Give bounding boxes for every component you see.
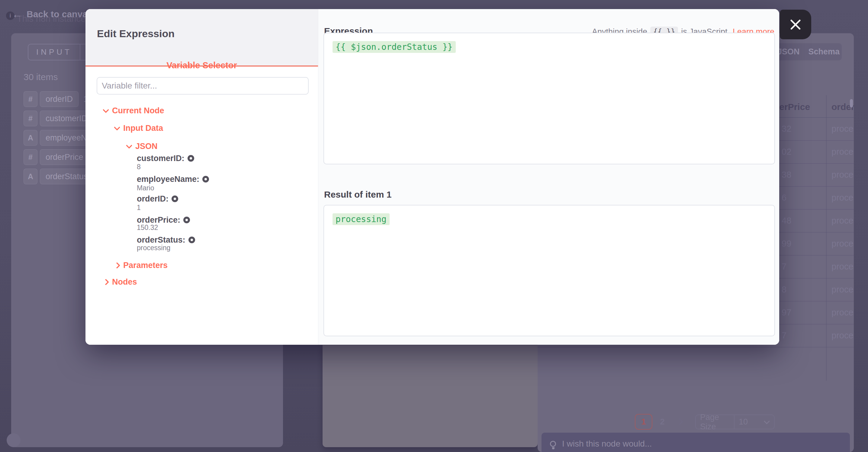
modal-title: Edit Expression [97,28,175,39]
feedback-placeholder: I wish this node would... [562,439,652,449]
cell-status: processing [832,193,854,203]
page-button-1[interactable]: 1 [635,414,652,430]
insert-variable-icon[interactable] [188,155,194,162]
var-key: orderStatus: [137,235,185,245]
expression-code: {{ $json.orderStatus }} [333,41,456,53]
var-value: 1 [137,204,141,212]
canvas-control-button[interactable] [7,433,21,447]
insert-variable-icon[interactable] [188,237,195,243]
number-type-icon: # [24,149,37,165]
tab-variable-selector[interactable]: Variable Selector [86,60,318,70]
result-label: Result of item 1 [324,189,392,200]
branch-label: Parameters [123,261,167,270]
var-value: 8 [137,163,141,171]
var-value: processing [137,244,170,252]
output-view-tabs: JSON Schema [771,43,842,60]
string-type-icon: A [24,169,37,184]
cell-price: 6 [782,193,786,203]
next-page-icon[interactable] [676,419,683,425]
edit-expression-modal: Edit Expression Variable Selector Curren… [86,9,779,345]
var-key: orderPrice: [137,215,180,225]
variable-selector-panel: Edit Expression Variable Selector Curren… [86,9,318,345]
cell-price: 02 [782,147,791,157]
chevron-down-icon [103,107,109,113]
input-items-count: 30 items [24,72,58,82]
number-type-icon: # [24,111,37,126]
cell-price: 8 [782,284,786,295]
page-button-2[interactable]: 2 [655,414,669,430]
var-value: Mario [137,184,154,192]
tree-branch-nodes[interactable]: Nodes [103,277,137,287]
cell-status: processing [832,262,854,272]
tree-var-orderstatus[interactable]: orderStatus: [137,235,195,245]
tree-var-employeename[interactable]: employeeName: [137,174,209,184]
insert-variable-icon[interactable] [172,195,178,202]
back-arrow-icon: ← [12,9,22,19]
var-key: customerID: [137,154,185,163]
string-type-icon: A [24,130,37,146]
input-field-row[interactable]: A orderStatus [24,169,94,184]
tree-branch-current-node[interactable]: Current Node [103,106,164,115]
expression-editor[interactable]: {{ $json.orderStatus }} [323,33,775,164]
chevron-right-icon [103,278,109,285]
cell-price: 32 [782,124,791,134]
tree-var-orderid[interactable]: orderID: [137,194,178,204]
chevron-down-icon [126,142,132,149]
tree-branch-json[interactable]: JSON [127,142,158,151]
result-value: processing [333,213,390,225]
chevron-down-icon [114,124,120,130]
cell-price: 38 [782,170,791,180]
cell-status: processing [832,147,854,157]
cell-status: processing [832,331,854,340]
close-icon [788,18,803,31]
var-value: 150.32 [137,223,158,232]
back-to-canvas-link[interactable]: ← Back to canvas [12,9,92,19]
page-size-label: Page Size [696,413,734,431]
tree-var-customerid[interactable]: customerID: [137,153,194,163]
lightbulb-icon [550,441,556,447]
page-size-select[interactable]: Page Size 10 [695,415,775,429]
field-name-chip: orderPrice [40,149,89,165]
cell-price: 7 [782,262,786,272]
page-size-value: 10 [735,417,764,427]
feedback-input[interactable]: I wish this node would... [541,433,850,452]
scrollbar-thumb[interactable] [850,99,853,108]
input-field-row[interactable]: # orderID 1 [24,91,88,107]
cell-status: processing [832,239,854,249]
cell-price: 7 [782,331,786,340]
cell-price: 97 [782,308,791,318]
number-type-icon: # [24,91,37,107]
chevron-right-icon [114,262,120,268]
result-viewer: processing [323,205,775,336]
insert-variable-icon[interactable] [203,176,209,182]
variable-filter-input[interactable] [97,77,309,95]
var-key: orderID: [137,194,168,204]
cell-status: processing [832,124,854,134]
expression-panel: Expression Anything inside {{ }} is Java… [318,9,779,345]
chevron-down-icon [764,418,770,424]
cell-status: processing [832,216,854,226]
cell-price: 48 [782,216,791,226]
tab-schema[interactable]: Schema [806,47,842,57]
branch-label: Current Node [112,106,164,115]
back-to-canvas-label: Back to canvas [27,9,92,19]
cell-status: processing [832,308,854,318]
cell-price: 99 [782,239,791,249]
close-modal-button[interactable] [780,10,811,39]
var-key: employeeName: [137,175,199,184]
tree-branch-input-data[interactable]: Input Data [115,123,163,133]
tree-branch-parameters[interactable]: Parameters [115,261,167,270]
tab-input[interactable]: INPUT [28,44,80,60]
node-settings-panel [322,345,537,447]
input-field-row[interactable]: # customerID [24,111,93,126]
branch-label: Nodes [112,277,137,287]
input-field-row[interactable]: # orderPrice [24,149,89,165]
field-name-chip: orderID [40,91,79,107]
branch-label: JSON [135,142,158,151]
cell-status: processing [832,284,854,295]
insert-variable-icon[interactable] [183,217,190,223]
branch-label: Input Data [123,124,163,133]
cell-status: processing [832,170,854,180]
field-name-chip: customerID [40,111,93,126]
